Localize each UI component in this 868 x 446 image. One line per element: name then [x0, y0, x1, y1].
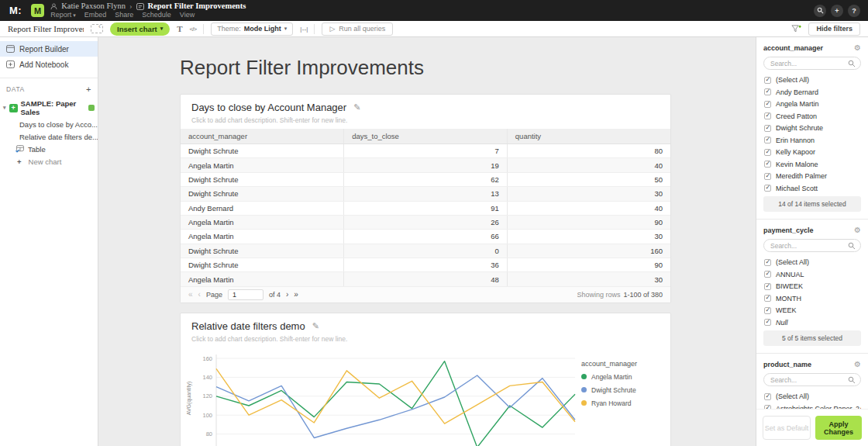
data-section-header: DATA + [0, 82, 98, 98]
menu-view[interactable]: View [180, 12, 195, 19]
edit-icon[interactable]: ✎ [312, 321, 319, 331]
sidebar-item-report-builder[interactable]: Report Builder [0, 41, 98, 57]
filter-search-input[interactable] [763, 57, 861, 70]
run-all-queries-button[interactable]: ▷Run all queries [322, 22, 393, 36]
sidebar-item-add-notebook[interactable]: Add Notebook [0, 57, 98, 72]
filter-option[interactable]: Creed Patton [764, 112, 861, 120]
insert-chart-button[interactable]: Insert chart▾ [110, 22, 170, 36]
menu-report[interactable]: Report▾ [50, 12, 76, 19]
menu-embed[interactable]: Embed [84, 12, 107, 19]
collapse-panel-icon[interactable] [91, 24, 103, 33]
filter-option[interactable]: Andy Bernard [764, 88, 861, 96]
new-chart-button[interactable]: + New chart [0, 155, 98, 168]
menu-schedule[interactable]: Schedule [142, 12, 171, 19]
filter-option[interactable]: Kelly Kapoor [764, 148, 861, 156]
card-title[interactable]: Relative date filters demo✎ [191, 320, 660, 332]
filter-option[interactable]: (Select All) [764, 76, 861, 84]
query-item-days-to-close[interactable]: Days to close by Acco... [0, 118, 98, 130]
checkbox-checked-icon[interactable] [764, 149, 771, 156]
dataset-item[interactable]: ▾ + SAMPLE: Paper Sales [0, 98, 98, 118]
query-item-table[interactable]: Table [0, 143, 98, 155]
toolbar-right: Hide filters [791, 22, 860, 36]
new-plus-icon[interactable]: + [831, 5, 843, 17]
breadcrumb-user[interactable]: Katie Paxson Flynn [61, 2, 126, 11]
add-data-icon[interactable]: + [86, 85, 91, 94]
checkbox-checked-icon[interactable] [764, 101, 771, 108]
apply-changes-button[interactable]: Apply Changes [815, 416, 862, 440]
line-chart[interactable]: 6080100120140160Jan 2021Feb 2021Mar 2021… [190, 351, 581, 446]
checkbox-checked-icon[interactable] [764, 173, 771, 180]
filter-option[interactable]: BIWEEK [764, 282, 861, 290]
first-page-icon[interactable]: « [188, 290, 193, 299]
column-header-days-to-close[interactable]: days_to_close [344, 129, 508, 144]
filter-group-header: account_manager ⚙ [763, 43, 861, 52]
search-icon[interactable] [814, 5, 826, 17]
checkbox-checked-icon[interactable] [764, 271, 771, 278]
checkbox-checked-icon[interactable] [764, 307, 771, 314]
checkbox-checked-icon[interactable] [764, 185, 771, 192]
menu-share[interactable]: Share [115, 12, 133, 19]
next-page-icon[interactable]: › [286, 290, 288, 299]
full-width-icon[interactable]: |↔| [300, 26, 307, 33]
edit-icon[interactable]: ✎ [353, 102, 360, 112]
card-title[interactable]: Days to close by Account Manager✎ [191, 102, 660, 113]
gear-icon[interactable]: ⚙ [854, 226, 861, 234]
checkbox-checked-icon[interactable] [764, 88, 771, 95]
hide-filters-button[interactable]: Hide filters [808, 22, 860, 36]
gear-icon[interactable]: ⚙ [854, 360, 861, 368]
caret-down-icon[interactable]: ▾ [3, 105, 6, 111]
filter-option[interactable]: Angela Martin [764, 100, 861, 108]
filter-divider [756, 353, 868, 354]
prev-page-icon[interactable]: ‹ [198, 290, 201, 299]
filter-option[interactable]: (Select All) [764, 258, 861, 266]
filter-option[interactable]: Meredith Palmer [764, 172, 861, 180]
filter-plus-icon[interactable] [791, 24, 801, 34]
filter-search-input[interactable] [763, 373, 861, 386]
cell: Angela Martin [181, 230, 344, 244]
filter-search-input[interactable] [763, 239, 861, 252]
chart-description-placeholder[interactable]: Click to add chart description. Shift-en… [191, 335, 660, 343]
mode-logo[interactable]: M: [9, 5, 22, 16]
chart-description-placeholder[interactable]: Click to add chart description. Shift-en… [191, 116, 660, 124]
filter-option[interactable]: Erin Hannon [764, 137, 861, 144]
filter-option[interactable]: MONTH [764, 295, 861, 303]
checkbox-checked-icon[interactable] [764, 283, 771, 290]
checkbox-checked-icon[interactable] [764, 319, 771, 326]
checkbox-checked-icon[interactable] [764, 295, 771, 302]
page-number-input[interactable] [228, 289, 264, 300]
checkbox-checked-icon[interactable] [764, 77, 771, 84]
filter-option[interactable]: ANNUAL [764, 271, 861, 278]
checkbox-checked-icon[interactable] [764, 259, 771, 266]
help-icon[interactable]: ? [848, 5, 860, 17]
legend-title: account_manager [581, 360, 655, 368]
gear-icon[interactable]: ⚙ [854, 43, 861, 52]
svg-text:80: 80 [206, 430, 212, 437]
filter-option[interactable]: Dwight Schrute [764, 124, 861, 132]
legend-item[interactable]: Dwight Schrute [581, 386, 655, 394]
set-as-default-button[interactable]: Set as Default [763, 416, 811, 440]
last-page-icon[interactable]: » [294, 290, 298, 299]
text-tool-icon[interactable]: T [177, 24, 182, 33]
checkbox-checked-icon[interactable] [764, 125, 771, 132]
dataset-badge-icon [88, 105, 95, 111]
filter-option[interactable]: (Select All) [764, 392, 861, 400]
filter-option[interactable]: Null [764, 319, 861, 327]
column-header-quantity[interactable]: quantity [507, 129, 670, 144]
filter-option[interactable]: WEEK [764, 306, 861, 314]
checkbox-checked-icon[interactable] [764, 137, 771, 143]
checkbox-checked-icon[interactable] [764, 161, 771, 168]
breadcrumb-report-title[interactable]: Report Filter Improvements [148, 2, 246, 11]
checkbox-checked-icon[interactable] [764, 112, 771, 119]
search-icon [848, 60, 856, 67]
workspace-logo[interactable]: M [31, 4, 44, 17]
filter-option[interactable]: Kevin Malone [764, 161, 861, 168]
query-item-relative-date-filters[interactable]: Relative date filters de... [0, 130, 98, 143]
checkbox-checked-icon[interactable] [764, 393, 771, 400]
column-header-account-manager[interactable]: account_manager [181, 129, 344, 144]
page-title[interactable]: Report Filter Improvements [180, 56, 756, 80]
legend-item[interactable]: Angela Martin [581, 373, 655, 381]
legend-item[interactable]: Ryan Howard [581, 399, 655, 407]
filter-option[interactable]: Michael Scott [764, 185, 861, 192]
theme-dropdown[interactable]: Theme: Mode Light ▾ [211, 22, 293, 36]
code-tool-icon[interactable]: </> [190, 26, 197, 33]
